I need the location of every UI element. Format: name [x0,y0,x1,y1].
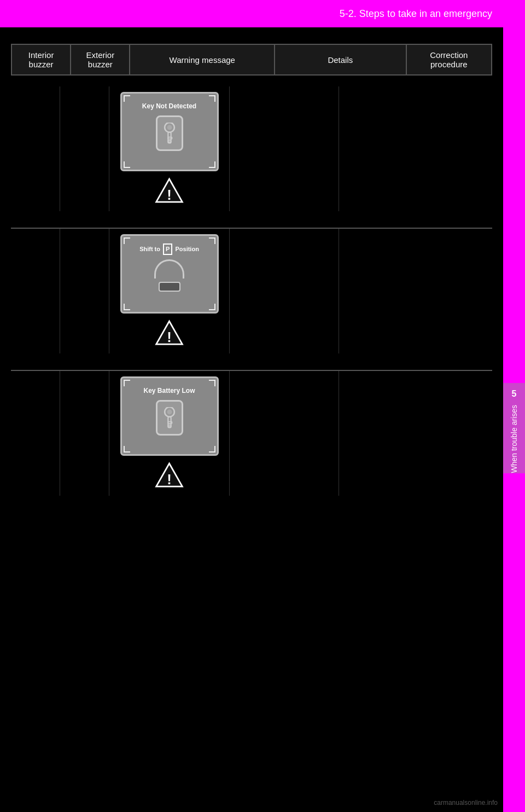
interior-buzzer-1 [11,86,60,211]
warning-display-1: Key Not Detected [109,86,230,211]
col-header-correction: Correction procedure [406,44,492,75]
svg-text:!: ! [167,329,172,345]
key-battery-low-text: Key Battery Low [143,386,195,396]
header-title: 5-2. Steps to take in an emergency [340,8,492,20]
key-svg-3 [161,407,178,429]
exterior-buzzer-3 [60,371,109,496]
col-header-details: Details [275,44,406,75]
row-shift-to-p: Shift to P Position ! [11,228,492,353]
key-icon-3 [156,400,183,436]
right-sidebar: 5 When trouble arises [503,0,525,812]
shift-to-p-text: Shift to P Position [139,243,199,255]
shift-arc-icon [154,259,184,279]
warning-triangle-1: ! [154,176,184,206]
key-not-detected-text: Key Not Detected [142,101,196,111]
interior-buzzer-3 [11,371,60,496]
warning-triangle-3: ! [154,460,184,490]
svg-text:!: ! [167,472,172,487]
shift-display-inner [154,259,184,292]
svg-point-1 [167,125,172,130]
row-main-3: Key Battery Low [11,371,492,496]
footer-website: carmanualsonline.info [434,799,498,807]
correction-2 [339,229,410,353]
sidebar-top-magenta [503,0,525,383]
warning-display-2: Shift to P Position ! [109,229,230,353]
interior-buzzer-2 [11,229,60,353]
page-number-box: 5 [503,383,525,405]
svg-rect-4 [168,140,171,142]
key-icon-1 [156,115,183,151]
sidebar-label-area: When trouble arises [503,405,525,473]
row-main-2: Shift to P Position ! [11,229,492,353]
warning-display-3: Key Battery Low [109,371,230,496]
svg-point-10 [167,409,172,414]
row-main-1: Key Not Detected [11,86,492,211]
svg-rect-13 [168,425,171,426]
details-3 [230,371,339,496]
col-header-interior: Interior buzzer [11,44,71,75]
info-table: Interior buzzer Exterior buzzer Warning … [11,44,492,76]
shift-btn-icon [159,282,180,292]
key-svg-1 [161,123,178,144]
warning-triangle-2: ! [154,318,184,348]
exterior-buzzer-2 [60,229,109,353]
key-not-detected-display: Key Not Detected [120,92,219,171]
correction-3 [339,371,410,496]
correction-1 [339,86,410,211]
shift-to-p-display: Shift to P Position [120,234,219,314]
row-key-battery-low: Key Battery Low [11,370,492,496]
details-1 [230,86,339,211]
exterior-buzzer-1 [60,86,109,211]
key-battery-low-display: Key Battery Low [120,376,219,456]
col-header-warning: Warning message [130,44,275,75]
row-key-not-detected: Key Not Detected [11,86,492,211]
main-content: Interior buzzer Exterior buzzer Warning … [0,33,503,812]
header-bar: 5-2. Steps to take in an emergency [0,0,503,27]
svg-text:!: ! [167,187,172,202]
col-header-exterior: Exterior buzzer [71,44,130,75]
sidebar-label: When trouble arises [510,405,518,473]
page-number: 5 [512,389,517,399]
details-2 [230,229,339,353]
